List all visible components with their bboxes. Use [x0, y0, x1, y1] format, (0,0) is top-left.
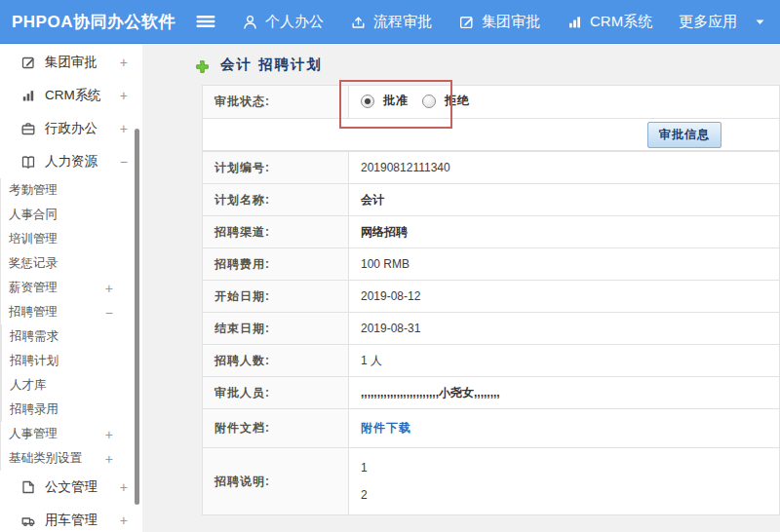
sidebar-tree: 集团审批+CRM系统+行政办公+人力资源−考勤管理人事合同培训管理奖惩记录薪资管…: [0, 44, 142, 532]
table-row: 结束日期:2019-08-31: [203, 313, 780, 345]
sidebar-item-招聘需求[interactable]: 招聘需求: [2, 324, 142, 349]
expand-icon[interactable]: +: [105, 281, 113, 296]
sidebar-item-label: 人事管理: [9, 426, 58, 442]
sidebar-item-label: 招聘需求: [10, 328, 58, 345]
collapse-icon[interactable]: −: [105, 305, 113, 321]
top-nav-item-1[interactable]: 个人办公: [242, 13, 324, 31]
approval-info-button[interactable]: 审批信息: [647, 122, 722, 148]
page-title: 会计 招聘计划: [220, 56, 323, 74]
top-nav-item-5[interactable]: 更多应用: [679, 13, 768, 31]
row-label: 招聘费用:: [203, 248, 349, 281]
approval-button-cell: 审批信息: [203, 119, 780, 151]
row-value: 网络招聘: [349, 216, 780, 248]
top-bar: PHPOA协同办公软件 个人办公流程审批集团审批CRM系统更多应用: [0, 0, 780, 44]
row-label: 计划编号:: [203, 152, 349, 184]
sidebar-item-招聘计划[interactable]: 招聘计划: [2, 349, 142, 373]
sidebar-item-人事管理[interactable]: 人事管理+: [1, 422, 142, 446]
row-label: 附件文档:: [203, 409, 349, 448]
chart-icon: [566, 14, 583, 30]
sidebar-item-label: 考勤管理: [9, 182, 58, 199]
row-value: ,,,,,,,,,,,,,,,,,,,,,,,,小尧女,,,,,,,,: [349, 377, 780, 409]
expand-icon[interactable]: +: [120, 513, 128, 528]
plus-icon: [195, 59, 210, 74]
sidebar-item-label: 人力资源: [45, 153, 98, 171]
approval-status-table: 审批状态: 批准拒绝 审批信息: [202, 85, 780, 151]
sidebar-item-行政办公[interactable]: 行政办公+: [0, 112, 142, 145]
briefcase-icon: [20, 121, 36, 136]
table-row: 招聘人数:1 人: [203, 345, 780, 377]
sidebar-item-label: 招聘管理: [9, 304, 58, 321]
description-line: 2: [361, 481, 779, 509]
app-window: PHPOA协同办公软件 个人办公流程审批集团审批CRM系统更多应用 集团审批+C…: [0, 0, 780, 532]
sidebar-item-label: CRM系统: [45, 87, 101, 104]
expand-icon[interactable]: +: [120, 88, 128, 103]
sidebar-item-人才库[interactable]: 人才库: [2, 373, 142, 398]
radio-unselected-icon[interactable]: [422, 95, 436, 108]
row-label: 招聘说明:: [203, 448, 349, 515]
row-value: 100 RMB: [349, 248, 780, 281]
app-title: PHPOA协同办公软件: [0, 11, 195, 33]
sidebar-item-CRM系统[interactable]: CRM系统+: [0, 79, 142, 112]
menu-toggle-button[interactable]: [195, 11, 216, 32]
top-nav-label: 流程审批: [373, 13, 432, 31]
top-nav-label: CRM系统: [590, 13, 652, 31]
approval-button-row: 审批信息: [203, 119, 780, 151]
user-icon: [242, 14, 258, 30]
radio-option-label: 拒绝: [445, 93, 470, 109]
sidebar-item-用车管理[interactable]: 用车管理+: [0, 504, 142, 532]
table-row: 计划名称:会计: [203, 184, 780, 216]
radio-selected-icon[interactable]: [361, 95, 374, 108]
table-row: 招聘说明:12: [203, 448, 780, 515]
sidebar-item-label: 人事合同: [9, 207, 58, 223]
sidebar-item-培训管理[interactable]: 培训管理: [1, 227, 142, 251]
sidebar-scrollbar-thumb[interactable]: [135, 129, 139, 505]
top-nav-label: 集团审批: [482, 13, 540, 31]
sidebar-item-集团审批[interactable]: 集团审批+: [0, 46, 142, 79]
sidebar-item-人事合同[interactable]: 人事合同: [1, 203, 142, 227]
expand-icon[interactable]: +: [120, 121, 128, 136]
sidebar-item-label: 行政办公: [45, 120, 98, 137]
table-row: 计划编号:20190812111340: [203, 152, 780, 184]
expand-icon[interactable]: +: [120, 479, 128, 495]
edit-icon: [458, 14, 475, 30]
radio-option-label: 批准: [383, 93, 409, 109]
approval-radio-option-2[interactable]: 拒绝: [422, 93, 470, 109]
sidebar-item-人力资源[interactable]: 人力资源−: [0, 145, 142, 178]
sidebar-item-招聘管理[interactable]: 招聘管理−: [1, 300, 142, 324]
sidebar-item-基础类别设置[interactable]: 基础类别设置+: [1, 446, 142, 471]
sidebar-item-label: 奖惩记录: [9, 255, 58, 272]
row-label: 开始日期:: [203, 281, 349, 313]
top-nav-item-4[interactable]: CRM系统: [566, 13, 652, 31]
doc-icon: [20, 479, 36, 495]
sidebar: 集团审批+CRM系统+行政办公+人力资源−考勤管理人事合同培训管理奖惩记录薪资管…: [0, 44, 142, 532]
row-value: 附件下载: [349, 409, 780, 448]
top-nav-item-3[interactable]: 集团审批: [458, 13, 540, 31]
row-label: 审批人员:: [203, 377, 349, 409]
flow-icon: [350, 14, 367, 30]
row-value: 20190812111340: [349, 152, 780, 184]
expand-icon[interactable]: +: [120, 55, 128, 70]
sidebar-item-奖惩记录[interactable]: 奖惩记录: [1, 251, 142, 276]
sidebar-item-公文管理[interactable]: 公文管理+: [0, 471, 142, 504]
expand-icon[interactable]: +: [105, 451, 113, 467]
car-icon: [20, 513, 36, 528]
sidebar-item-label: 公文管理: [45, 478, 98, 496]
approval-radio-option-1[interactable]: 批准: [361, 93, 409, 109]
collapse-icon[interactable]: −: [120, 154, 128, 170]
top-nav-item-2[interactable]: 流程审批: [350, 13, 432, 31]
sidebar-item-薪资管理[interactable]: 薪资管理+: [1, 276, 142, 300]
table-row: 附件文档:附件下载: [203, 409, 780, 448]
sidebar-item-考勤管理[interactable]: 考勤管理: [1, 178, 142, 203]
edit-icon: [20, 55, 36, 70]
expand-icon[interactable]: +: [105, 427, 113, 442]
sidebar-item-label: 招聘计划: [10, 353, 58, 369]
description-line: 1: [361, 454, 779, 481]
attachment-download-link[interactable]: 附件下载: [361, 421, 411, 435]
top-nav: 个人办公流程审批集团审批CRM系统更多应用: [242, 13, 768, 31]
sidebar-item-label: 薪资管理: [9, 280, 58, 296]
row-label: 结束日期:: [203, 313, 349, 345]
sidebar-item-招聘录用[interactable]: 招聘录用: [2, 398, 142, 422]
sidebar-item-label: 用车管理: [45, 512, 98, 529]
add-icon[interactable]: [195, 57, 210, 72]
recruit-plan-detail-table: 计划编号:20190812111340计划名称:会计招聘渠道:网络招聘招聘费用:…: [202, 151, 780, 515]
